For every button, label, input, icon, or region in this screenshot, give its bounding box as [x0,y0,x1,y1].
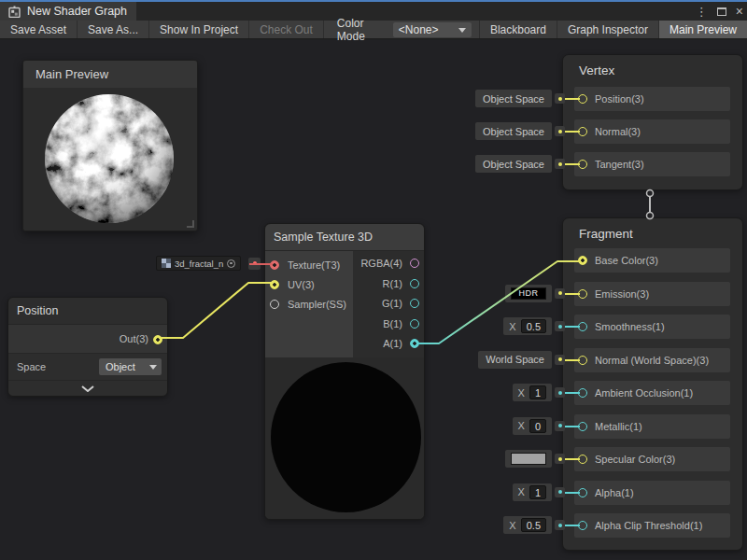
float-value-input[interactable]: 1 [529,385,546,399]
fragment-row-label: Alpha Clip Threshold(1) [595,520,702,531]
shader-graph-toolbar: Save Asset Save As... Show In Project Ch… [0,21,747,39]
base-color-input-port[interactable] [578,256,587,265]
fragment-row-metallic: X 0 Metallic(1) [574,414,730,439]
main-preview-window[interactable]: Main Preview [22,60,198,231]
kebab-menu-icon[interactable]: ⋮ [696,6,708,18]
input-row-texture: Texture(T3) [265,256,353,274]
specular-color-field[interactable] [505,450,552,468]
input-row-uv: UV(3) [265,275,353,294]
a-output-port[interactable] [410,339,419,348]
connector-chip [555,520,565,530]
position-node-title[interactable]: Position [8,298,167,324]
show-in-project-button[interactable]: Show In Project [149,21,249,38]
main-preview-header[interactable]: Main Preview [23,61,197,88]
normal-input-port[interactable] [578,127,587,136]
texture-asset-name: 3d_fractal_n [175,259,223,269]
emission-hdr-color-field[interactable]: HDR [505,285,552,302]
tab-new-shader-graph[interactable]: New Shader Graph [0,2,136,21]
sample-texture-3d-title[interactable]: Sample Texture 3D [265,224,424,251]
space-dropdown[interactable]: Object [99,358,162,375]
float-value-input[interactable]: 0.5 [521,518,546,532]
alpha-float-field[interactable]: X 1 [513,483,552,501]
ambient-occlusion-input-port[interactable] [578,388,587,398]
maximize-icon[interactable] [717,7,726,16]
color-mode-value: <None> [399,23,439,36]
position-input-port[interactable] [578,94,587,104]
alpha-clip-float-field[interactable]: X 0.5 [503,516,552,534]
smoothness-input-port[interactable] [578,322,587,331]
texture-input-port[interactable] [270,260,279,270]
out-output-port[interactable] [153,335,162,344]
blackboard-toggle-button[interactable]: Blackboard [479,21,557,38]
b-output-port[interactable] [410,319,419,329]
uv-input-port[interactable] [270,280,279,289]
graph-inspector-toggle-button[interactable]: Graph Inspector [557,21,659,38]
position-space-binding-badge[interactable]: Object Space [475,90,552,107]
position-output-row: Out(3) [8,324,167,354]
graph-canvas[interactable]: Vertex Object Space Position(3) Object S… [0,40,747,560]
float-value-input[interactable]: 1 [529,485,546,499]
vertex-row-tangent: Object Space Tangent(3) [574,152,730,176]
ambient-occlusion-float-field[interactable]: X 1 [513,384,552,401]
connector-chip [555,159,565,169]
space-label: Space [17,361,46,372]
metallic-float-field[interactable]: X 0 [513,417,552,435]
connector-chip [555,288,565,299]
texture-object-field[interactable]: 3d_fractal_n [156,256,241,271]
vertex-node-title: Vertex [579,63,614,77]
rgba-output-port[interactable] [410,259,419,268]
normal-world-input-port[interactable] [578,356,587,365]
fragment-row-normal-world: World Space Normal (World Space)(3) [574,348,730,372]
fragment-row-alpha-clip: X 0.5 Alpha Clip Threshold(1) [574,513,730,538]
node-preview-area [265,357,424,519]
output-port-label: R(1) [383,278,402,289]
resize-handle-icon[interactable] [187,220,194,228]
hdr-color-swatch[interactable]: HDR [511,287,546,300]
close-icon[interactable]: × [736,5,743,18]
fragment-row-alpha: X 1 Alpha(1) [574,481,730,505]
collapse-row[interactable] [8,380,167,396]
alpha-input-port[interactable] [578,488,587,497]
fragment-row-label: Smoothness(1) [595,321,665,332]
sampler-input-port[interactable] [270,300,279,309]
save-as-button[interactable]: Save As... [78,21,149,38]
fragment-context-node[interactable]: Fragment Base Color(3) HDR Emission(3) [562,217,743,551]
g-output-port[interactable] [410,299,419,308]
output-row-r: R(1) [351,274,424,293]
color-mode-label: Color Mode [324,21,393,38]
save-asset-button[interactable]: Save Asset [0,21,78,38]
main-preview-toggle-button[interactable]: Main Preview [659,21,747,38]
sample-texture-3d-node[interactable]: Sample Texture 3D Texture(T3) UV(3) Samp… [264,223,425,520]
connector-chip [555,126,565,136]
normal-space-binding-badge[interactable]: World Space [478,351,552,369]
normal-space-binding-badge[interactable]: Object Space [475,122,552,140]
specular-color-input-port[interactable] [578,455,587,464]
metallic-input-port[interactable] [578,422,587,431]
chevron-down-icon [149,365,157,370]
emission-input-port[interactable] [578,289,587,299]
connector-chip [555,321,565,331]
float-value-input[interactable]: 0.5 [521,319,546,333]
output-row-rgba: RGBA(4) [351,254,424,273]
alpha-clip-input-port[interactable] [578,521,587,530]
main-preview-viewport [23,88,197,231]
r-output-port[interactable] [410,279,419,288]
fragment-row-label: Normal (World Space)(3) [595,355,709,366]
vertex-row-label: Position(3) [595,93,644,105]
float-value-input[interactable]: 0 [529,419,546,433]
connector-chip [248,258,261,270]
fragment-row-label: Ambient Occlusion(1) [595,387,693,399]
object-picker-icon[interactable] [227,259,235,268]
specular-color-swatch[interactable] [511,453,546,465]
tangent-input-port[interactable] [578,160,587,169]
tangent-space-binding-badge[interactable]: Object Space [475,155,552,173]
vertex-context-node[interactable]: Vertex Object Space Position(3) Object S… [562,54,743,190]
connector-chip [555,355,565,365]
smoothness-float-field[interactable]: X 0.5 [503,317,552,335]
fragment-row-label: Specular Color(3) [595,454,675,465]
position-node[interactable]: Position Out(3) Space Object [7,297,168,397]
fragment-row-ambient-occlusion: X 1 Ambient Occlusion(1) [574,381,730,405]
vertex-row-label: Tangent(3) [595,159,644,170]
color-mode-dropdown[interactable]: <None> [393,22,472,37]
input-port-label: UV(3) [288,279,315,290]
